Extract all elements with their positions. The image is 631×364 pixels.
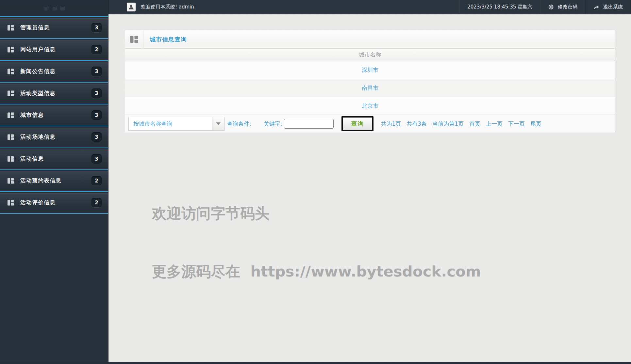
menu-separator xyxy=(0,38,108,39)
count-badge: 2 xyxy=(91,198,102,207)
panel-title: 城市信息查询 xyxy=(143,30,187,48)
keyword-label: 关键字: xyxy=(264,120,282,128)
datetime-text: 2023/3/25 18:45:35 星期六 xyxy=(467,4,532,10)
table-row: 南昌市 xyxy=(125,79,615,97)
sidebar-item-label: 活动预约表信息 xyxy=(20,177,61,184)
sidebar-item-label: 活动场地信息 xyxy=(20,133,56,141)
sidebar-item-城市信息[interactable]: 城市信息 3 xyxy=(0,106,108,124)
count-badge: 3 xyxy=(91,88,102,98)
city-name-link[interactable]: 深圳市 xyxy=(362,66,378,74)
sidebar-header xyxy=(0,0,108,16)
menu-separator xyxy=(0,82,108,83)
sidebar-item-label: 活动评价信息 xyxy=(20,199,56,206)
query-bar: 按城市名称查询 查询条件: 关键字: 查询 共为1页共有3条当前为第1页首页上一… xyxy=(125,115,615,133)
logout-button[interactable]: 退出系统 xyxy=(585,0,631,14)
menu-separator xyxy=(0,104,108,104)
search-button[interactable]: 查询 xyxy=(341,116,374,131)
menu-dots-icon xyxy=(52,6,57,10)
grid-icon xyxy=(130,36,139,43)
sidebar-item-新闻公告信息[interactable]: 新闻公告信息 3 xyxy=(0,62,108,81)
count-badge: 2 xyxy=(91,176,102,185)
gear-icon xyxy=(548,4,554,10)
city-name-link[interactable]: 北京市 xyxy=(362,102,378,110)
city-query-panel: 城市信息查询 城市名称 深圳市 南昌市 北京市 按城市名称查询 查询条件: 关键… xyxy=(125,30,615,133)
keyword-input[interactable] xyxy=(284,119,334,129)
query-type-select[interactable]: 按城市名称查询 xyxy=(128,117,224,131)
grid-icon xyxy=(7,200,14,206)
count-badge: 3 xyxy=(91,110,102,120)
menu-dots-icon xyxy=(60,6,65,10)
pagination-link-首页[interactable]: 首页 xyxy=(469,120,480,128)
sidebar-menu: 管理员信息 3 网站用户信息 2 新闻公告信息 3 活动类型信息 3 xyxy=(0,16,108,214)
table-row: 深圳市 xyxy=(125,61,615,79)
menu-separator xyxy=(0,126,108,126)
menu-separator xyxy=(0,148,108,148)
table-row: 北京市 xyxy=(125,97,615,115)
table-header-city-name: 城市名称 xyxy=(125,49,615,61)
menu-separator xyxy=(0,213,108,214)
select-arrow-cell[interactable] xyxy=(212,117,224,130)
sidebar-item-活动信息[interactable]: 活动信息 3 xyxy=(0,150,108,168)
grid-icon xyxy=(7,156,14,162)
topbar: 欢迎使用本系统! admin 2023/3/25 18:45:35 星期六 xyxy=(108,0,631,14)
sidebar-item-label: 新闻公告信息 xyxy=(20,68,56,75)
pagination-status: 当前为第1页 xyxy=(432,120,464,128)
topbar-welcome-area: 欢迎使用本系统! admin xyxy=(108,0,194,14)
grid-icon xyxy=(7,47,14,53)
count-badge: 2 xyxy=(91,45,102,54)
query-condition-label: 查询条件: xyxy=(227,120,251,128)
topbar-right: 2023/3/25 18:45:35 星期六 xyxy=(459,0,631,14)
grid-icon xyxy=(7,134,14,140)
count-badge: 3 xyxy=(91,23,102,32)
count-badge: 3 xyxy=(91,67,102,76)
logout-arrow-icon xyxy=(593,5,599,10)
panel-icon-cell xyxy=(125,30,143,48)
sidebar: 管理员信息 3 网站用户信息 2 新闻公告信息 3 活动类型信息 3 xyxy=(0,0,108,364)
change-password-button[interactable]: 修改密码 xyxy=(540,0,585,14)
menu-separator xyxy=(0,191,108,192)
count-badge: 3 xyxy=(91,132,102,142)
chevron-down-icon xyxy=(216,122,221,125)
grid-icon xyxy=(7,178,14,184)
watermark-line1: 欢迎访问字节码头 xyxy=(152,204,481,223)
sidebar-item-管理员信息[interactable]: 管理员信息 3 xyxy=(0,18,108,37)
sidebar-item-活动场地信息[interactable]: 活动场地信息 3 xyxy=(0,128,108,146)
change-password-label: 修改密码 xyxy=(558,4,577,10)
sidebar-item-活动评价信息[interactable]: 活动评价信息 2 xyxy=(0,193,108,212)
menu-dots-icon xyxy=(44,6,48,10)
grid-icon xyxy=(7,69,14,74)
sidebar-item-label: 活动信息 xyxy=(20,155,44,163)
pagination-status: 共有3条 xyxy=(407,120,427,128)
sidebar-item-label: 活动类型信息 xyxy=(20,89,56,97)
city-name-link[interactable]: 南昌市 xyxy=(362,84,378,92)
menu-separator xyxy=(0,60,108,61)
sidebar-item-label: 城市信息 xyxy=(20,111,44,119)
user-avatar-icon xyxy=(127,3,136,11)
app-root: 管理员信息 3 网站用户信息 2 新闻公告信息 3 活动类型信息 3 xyxy=(0,0,631,364)
pagination-status: 共为1页 xyxy=(381,120,401,128)
menu-separator xyxy=(0,16,108,17)
panel-header: 城市信息查询 xyxy=(125,30,615,49)
datetime-display: 2023/3/25 18:45:35 星期六 xyxy=(459,0,540,14)
menu-separator xyxy=(0,169,108,170)
query-type-selected-value: 按城市名称查询 xyxy=(129,117,212,130)
sidebar-item-活动类型信息[interactable]: 活动类型信息 3 xyxy=(0,84,108,103)
welcome-text: 欢迎使用本系统! admin xyxy=(141,4,194,10)
pagination: 共为1页共有3条当前为第1页首页上一页下一页尾页 xyxy=(381,120,547,128)
grid-icon xyxy=(7,90,14,96)
sidebar-item-label: 管理员信息 xyxy=(20,24,50,31)
count-badge: 3 xyxy=(91,154,102,164)
pagination-link-上一页[interactable]: 上一页 xyxy=(486,120,503,128)
bottom-edge-bar xyxy=(0,362,631,364)
sidebar-item-label: 网站用户信息 xyxy=(20,46,56,53)
pagination-link-下一页[interactable]: 下一页 xyxy=(508,120,525,128)
table-body: 深圳市 南昌市 北京市 xyxy=(125,61,615,115)
watermark-text: 欢迎访问字节码头 更多源码尽在 https://www.bytesdock.co… xyxy=(152,165,481,320)
sidebar-item-网站用户信息[interactable]: 网站用户信息 2 xyxy=(0,40,108,59)
sidebar-item-活动预约表信息[interactable]: 活动预约表信息 2 xyxy=(0,171,108,190)
grid-icon xyxy=(7,25,14,31)
logout-label: 退出系统 xyxy=(603,4,623,10)
grid-icon xyxy=(7,112,14,118)
pagination-link-尾页[interactable]: 尾页 xyxy=(530,120,541,128)
watermark-line2: 更多源码尽在 https://www.bytesdock.com xyxy=(152,262,481,281)
